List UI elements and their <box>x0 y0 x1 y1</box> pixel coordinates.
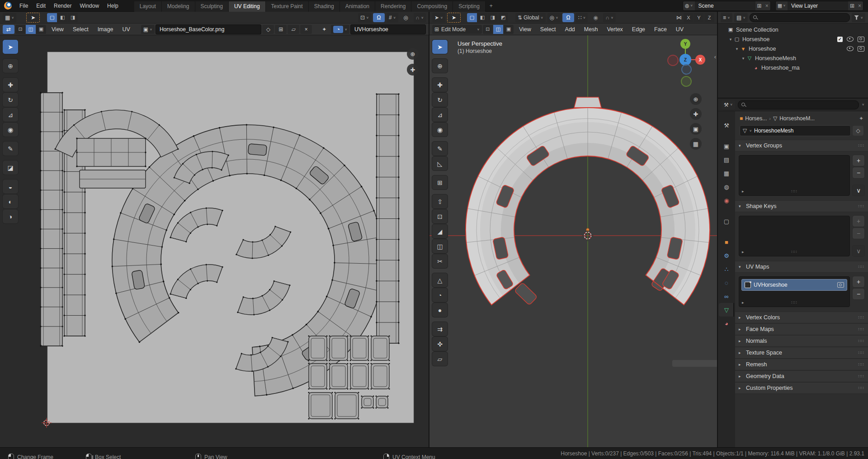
menu-window[interactable]: Window <box>75 0 103 12</box>
edge-mode-button[interactable]: ◫ <box>493 25 503 34</box>
menu-help[interactable]: Help <box>103 0 123 12</box>
outliner-search-input[interactable] <box>750 13 850 22</box>
uv-proportional-toggle[interactable]: ◎ <box>400 13 412 22</box>
uv-relax-tool[interactable]: ◐ <box>3 194 18 208</box>
eye-icon[interactable] <box>847 37 854 42</box>
zoom-icon[interactable]: ⊕ <box>407 48 419 60</box>
mirror-z-button[interactable]: Z <box>704 13 714 22</box>
expander-icon[interactable]: ▾ <box>734 47 740 51</box>
gizmo-x-neg-axis[interactable] <box>667 55 679 66</box>
menu-edit[interactable]: Edit <box>32 0 50 12</box>
vp-measure-tool[interactable]: ◺ <box>432 156 448 170</box>
panel-header[interactable]: ▸Geometry Data∷∷ <box>735 370 868 382</box>
navigation-gizmo[interactable]: Y Z X <box>667 39 705 88</box>
list-drag-dots-icon[interactable]: ∷∷ <box>791 189 797 194</box>
workspace-tab-rendering[interactable]: Rendering <box>375 1 411 12</box>
pin-icon[interactable]: ✦ <box>318 25 330 34</box>
properties-tab-scene[interactable]: ◍ <box>719 180 734 194</box>
vp-shear-tool[interactable]: ▱ <box>432 352 448 366</box>
properties-tab-collection[interactable]: ▢ <box>719 214 734 228</box>
pin-icon[interactable]: ✦ <box>859 115 863 122</box>
mesh-name-field[interactable]: ▽ ∨ HorseshoeMesh <box>740 125 851 136</box>
uv-menu-uv[interactable]: UV <box>118 24 134 35</box>
empty-list[interactable]: ▸∷∷ <box>739 216 850 256</box>
gizmo-z-neg-axis[interactable] <box>681 64 692 75</box>
vertex-mode-button[interactable]: ⊡ <box>483 25 493 34</box>
gizmo-y-neg-axis[interactable] <box>681 76 692 87</box>
remove-button[interactable]: − <box>853 289 864 299</box>
remove-button[interactable]: − <box>853 228 864 239</box>
outliner-row-scene-collection[interactable]: ▣Scene Collection <box>718 25 868 34</box>
vp-canvas[interactable]: User Perspective (1) Horseshoe ➤⊕✚↻⊿◉✎◺⊞… <box>429 35 717 447</box>
properties-tab-world[interactable]: ◉ <box>719 194 734 207</box>
vp-add-cube-tool[interactable]: ⊞ <box>432 175 448 189</box>
uv-cursor-tool[interactable]: ⊕ <box>3 59 18 73</box>
vp-smooth-tool[interactable]: ● <box>432 303 448 317</box>
gizmo-x-axis[interactable]: X <box>695 55 705 65</box>
expander-icon[interactable]: ▾ <box>741 56 746 61</box>
panel-header[interactable]: ▸Texture Space∷∷ <box>735 347 868 359</box>
properties-tab-material[interactable]: ◕ <box>719 317 734 330</box>
panel-header[interactable]: ▾Vertex Groups∷∷ <box>735 140 868 151</box>
uv-rotate-tool[interactable]: ↻ <box>3 93 18 107</box>
panel-header[interactable]: ▾UV Maps∷∷ <box>735 261 868 273</box>
uv-select-extend-button[interactable]: ◧ <box>57 13 67 22</box>
uv-edge-mode-button[interactable]: ◫ <box>26 25 36 34</box>
vp-pivot-dropdown[interactable]: ◎∨ <box>547 13 561 22</box>
properties-tab-object[interactable]: ■ <box>719 235 734 249</box>
gizmo-z-axis[interactable]: Z <box>679 54 691 66</box>
scene-name-field[interactable]: Scene <box>695 3 755 9</box>
camera-icon[interactable] <box>858 37 864 42</box>
scene-unlink-button[interactable]: × <box>764 1 770 10</box>
vp-transform-tool[interactable]: ◉ <box>432 123 448 137</box>
uv-snap-target-dropdown[interactable]: #∨ <box>387 13 398 22</box>
uv-vertex-mode-button[interactable]: ⊡ <box>15 25 25 34</box>
list-expand-icon[interactable]: ▸ <box>742 250 744 254</box>
panel-header[interactable]: ▸Face Maps∷∷ <box>735 323 868 335</box>
view-layer-new-button[interactable]: ⊞ <box>848 1 856 10</box>
eye-icon[interactable] <box>847 46 854 51</box>
vp-spin-tool[interactable]: ◔ <box>432 288 448 302</box>
workspace-tab-uv-editing[interactable]: UV Editing <box>229 1 266 12</box>
vp-scale-tool[interactable]: ⊿ <box>432 108 448 122</box>
workspace-tab-compositing[interactable]: Compositing <box>411 1 453 12</box>
view-layer-name-field[interactable]: View Layer <box>788 3 848 9</box>
vp-falloff-dropdown[interactable]: ∩∨ <box>603 13 615 22</box>
outliner-display-dropdown[interactable]: ≡∨ <box>721 13 732 22</box>
vp-active-tool-indicator[interactable]: ➤ <box>447 13 461 23</box>
uv-grab-tool[interactable]: ◒ <box>3 180 18 194</box>
scene-browse-button[interactable]: ◍∨ <box>683 1 694 10</box>
specials-button[interactable]: ∨ <box>853 246 864 256</box>
outliner-row-horseshoe-ma[interactable]: ◕Horseshoe_ma <box>718 63 868 72</box>
add-button[interactable]: + <box>853 216 864 227</box>
ortho-grid-icon[interactable]: ▦ <box>690 138 702 150</box>
vp-proportional-toggle[interactable]: ◉ <box>590 13 601 22</box>
vp-select-subtract-button[interactable]: ◨ <box>488 13 498 22</box>
uv-menu-view[interactable]: View <box>47 24 68 35</box>
view-layer-remove-button[interactable]: × <box>856 1 863 10</box>
outliner-row-horseshoe[interactable]: ▾▢Horseshoe✓ <box>718 34 868 44</box>
menu-render[interactable]: Render <box>50 0 75 12</box>
drag-dots-icon[interactable]: ∷∷ <box>859 374 864 379</box>
vp-knife-tool[interactable]: ✂ <box>432 254 448 268</box>
list-expand-icon[interactable]: ▸ <box>742 300 744 305</box>
mirror-y-button[interactable]: Y <box>694 13 704 22</box>
properties-tab-output[interactable]: ▤ <box>719 153 734 166</box>
uv-active-tool-dropdown[interactable]: ▦∨ <box>3 13 16 22</box>
gizmo-y-axis[interactable]: Y <box>680 39 690 49</box>
remove-button[interactable]: − <box>853 167 864 178</box>
vp-select-new-button[interactable]: ▢ <box>467 13 477 22</box>
properties-tab-physics[interactable]: ◌ <box>719 276 734 289</box>
mirror-x-button[interactable]: X <box>684 13 693 22</box>
uv-sync-toggle[interactable]: ⇄ <box>3 25 14 34</box>
add-button[interactable]: + <box>853 155 864 166</box>
uv-falloff-dropdown[interactable]: ∩∨ <box>414 13 426 22</box>
list-drag-dots-icon[interactable]: ∷∷ <box>791 300 797 305</box>
drag-dots-icon[interactable]: ∷∷ <box>859 315 864 320</box>
mode-dropdown[interactable]: ⊞Edit Mode∨ <box>432 25 482 34</box>
vp-extrude-region-tool[interactable]: ⇧ <box>432 194 448 208</box>
scene-new-button[interactable]: ⊞ <box>755 1 764 10</box>
uv-map-list[interactable]: UVHorseshoe▸∷∷ <box>739 276 850 307</box>
vp-cursor-tool[interactable]: ⊕ <box>432 59 448 73</box>
chevron-down-icon[interactable]: ∨ <box>862 103 864 106</box>
